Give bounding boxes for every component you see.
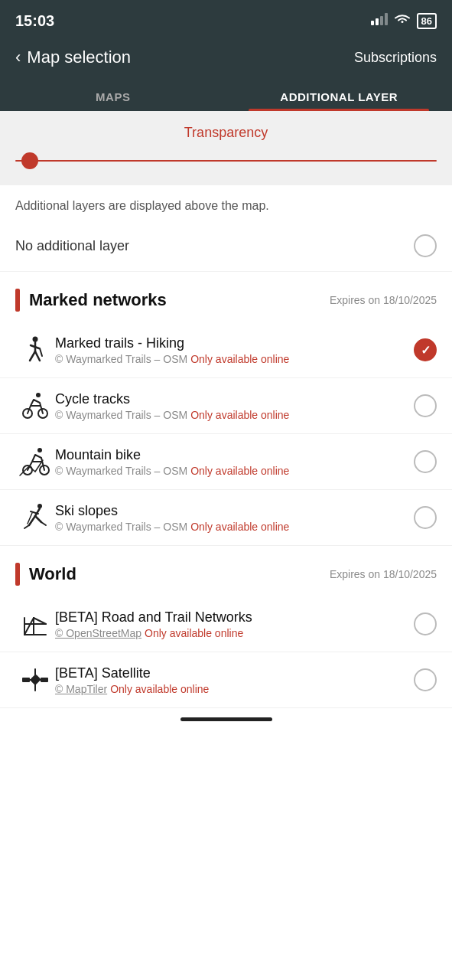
section-header-marked-networks: Marked networks Expires on 18/10/2025 [0, 272, 452, 322]
transparency-label: Transparency [15, 125, 437, 141]
bottom-bar [0, 708, 452, 727]
transparency-section: Transparency [0, 111, 452, 185]
signal-icon [371, 13, 388, 28]
tab-maps[interactable]: MAPS [0, 80, 226, 111]
cycling-radio[interactable] [414, 394, 437, 417]
svg-line-19 [35, 516, 41, 522]
section-expires-world: Expires on 18/10/2025 [330, 568, 437, 580]
home-indicator [180, 717, 272, 721]
mtb-title: Mountain bike [55, 447, 414, 463]
list-item-mtb[interactable]: Mountain bike © Waymarked Trails – OSMOn… [0, 434, 452, 490]
satellite-radio[interactable] [414, 668, 437, 691]
section-header-world: World Expires on 18/10/2025 [0, 546, 452, 596]
list-item-hiking[interactable]: Marked trails - Hiking © Waymarked Trail… [0, 322, 452, 378]
section-bar-world [15, 563, 20, 586]
subscriptions-button[interactable]: Subscriptions [354, 50, 437, 66]
hiking-icon [15, 333, 55, 367]
no-layer-item[interactable]: No additional layer [0, 220, 452, 272]
svg-rect-3 [385, 13, 388, 25]
svg-point-13 [37, 448, 42, 452]
transparency-slider[interactable] [15, 152, 437, 170]
hiking-title: Marked trails - Hiking [55, 335, 414, 351]
list-item-cycling[interactable]: Cycle tracks © Waymarked Trails – OSMOnl… [0, 378, 452, 434]
mtb-radio[interactable] [414, 450, 437, 473]
back-button[interactable]: ‹ [15, 47, 21, 67]
svg-line-24 [24, 618, 34, 635]
svg-rect-37 [41, 678, 48, 682]
list-item-ski[interactable]: Ski slopes © Waymarked Trails – OSMOnly … [0, 490, 452, 546]
hiking-radio[interactable] [414, 338, 437, 361]
svg-rect-2 [380, 16, 383, 25]
svg-line-9 [40, 348, 42, 356]
cycling-icon [15, 389, 55, 423]
satellite-icon [15, 663, 55, 697]
list-item-road-trail[interactable]: [BETA] Road and Trail Networks © OpenStr… [0, 596, 452, 652]
header: ‹ Map selection Subscriptions [0, 40, 452, 80]
status-time: 15:03 [15, 12, 54, 30]
road-trail-icon [15, 607, 55, 641]
status-bar: 15:03 86 [0, 0, 452, 40]
section-expires-marked-networks: Expires on 18/10/2025 [330, 294, 437, 306]
svg-line-21 [41, 522, 46, 525]
hiking-sub: © Waymarked Trails – OSMOnly available o… [55, 353, 414, 365]
status-icons: 86 [371, 13, 437, 29]
section-title-marked-networks: Marked networks [29, 290, 167, 310]
slider-track [15, 160, 437, 162]
tabs-bar: MAPS ADDITIONAL LAYER [0, 80, 452, 111]
slider-thumb[interactable] [21, 152, 38, 169]
ski-sub: © Waymarked Trails – OSMOnly available o… [55, 521, 414, 533]
svg-line-25 [34, 618, 46, 624]
svg-line-6 [30, 351, 35, 361]
cycling-title: Cycle tracks [55, 391, 414, 407]
road-trail-sub: © OpenStreetMapOnly available online [55, 627, 414, 639]
content: Transparency Additional layers are displ… [0, 111, 452, 727]
battery-icon: 86 [417, 13, 437, 29]
mtb-icon [15, 445, 55, 479]
cycling-sub: © Waymarked Trails – OSMOnly available o… [55, 409, 414, 421]
no-layer-radio[interactable] [414, 234, 437, 257]
svg-rect-1 [376, 18, 379, 25]
mtb-sub: © Waymarked Trails – OSMOnly available o… [55, 465, 414, 477]
header-left: ‹ Map selection [15, 47, 131, 67]
svg-line-17 [35, 508, 40, 516]
svg-line-7 [35, 351, 40, 361]
info-text: Additional layers are displayed above th… [0, 185, 452, 220]
road-trail-radio[interactable] [414, 612, 437, 635]
wifi-icon [394, 13, 411, 28]
ski-title: Ski slopes [55, 503, 414, 519]
list-item-satellite[interactable]: [BETA] Satellite © MapTilerOnly availabl… [0, 652, 452, 708]
svg-rect-36 [22, 678, 30, 682]
ski-icon [15, 501, 55, 534]
svg-line-20 [24, 525, 29, 528]
section-title-world: World [29, 564, 76, 584]
satellite-sub: © MapTilerOnly available online [55, 683, 414, 695]
tab-additional-layer[interactable]: ADDITIONAL LAYER [226, 80, 453, 111]
svg-rect-35 [30, 675, 41, 685]
section-bar [15, 289, 20, 312]
no-layer-label: No additional layer [15, 238, 414, 254]
page-title: Map selection [27, 47, 131, 67]
svg-point-10 [36, 393, 41, 397]
svg-rect-0 [371, 21, 374, 25]
satellite-title: [BETA] Satellite [55, 665, 414, 681]
road-trail-title: [BETA] Road and Trail Networks [55, 609, 414, 626]
ski-radio[interactable] [414, 506, 437, 529]
